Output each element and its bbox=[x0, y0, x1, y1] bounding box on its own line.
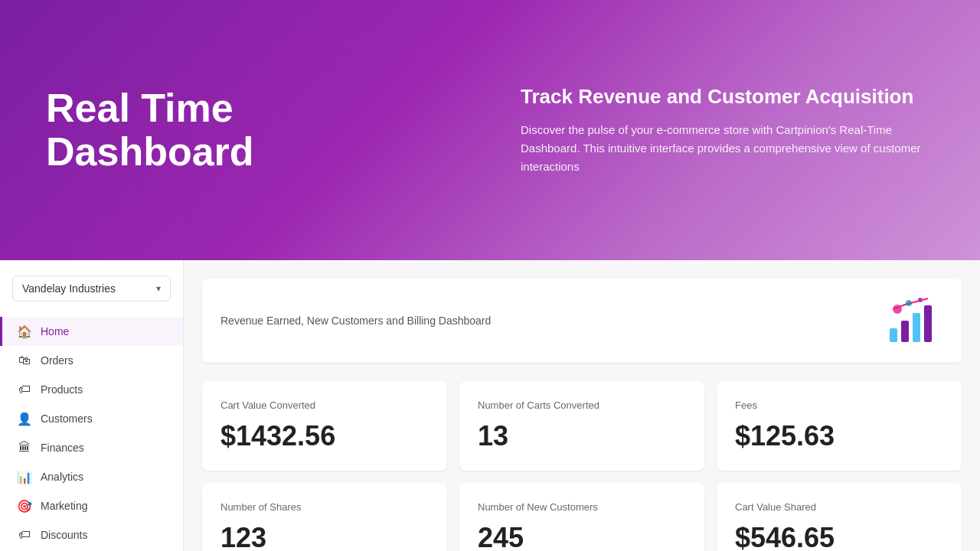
chevron-down-icon: ▾ bbox=[156, 283, 161, 294]
metric-card-new-customers: Number of New Customers 245 bbox=[459, 483, 704, 551]
banner-text: Revenue Earned, New Customers and Billin… bbox=[220, 315, 491, 327]
metric-label-new-customers: Number of New Customers bbox=[478, 501, 686, 513]
metric-card-cart-value-shared: Cart Value Shared $546.65 bbox=[717, 483, 962, 551]
hero-title: Real Time Dashboard bbox=[46, 86, 459, 174]
dashboard: Revenue Earned, New Customers and Billin… bbox=[184, 260, 980, 551]
sidebar-item-marketing[interactable]: 🎯 Marketing bbox=[0, 491, 183, 520]
svg-rect-2 bbox=[913, 313, 920, 342]
sidebar-item-orders[interactable]: 🛍 Orders bbox=[0, 346, 183, 375]
discounts-icon: 🏷 bbox=[18, 528, 31, 542]
orders-icon: 🛍 bbox=[18, 354, 31, 367]
sidebar-item-products[interactable]: 🏷 Products bbox=[0, 375, 183, 404]
sidebar: Vandelay Industries ▾ 🏠 Home 🛍 Orders 🏷 … bbox=[0, 260, 184, 551]
svg-rect-1 bbox=[901, 321, 909, 342]
hero-subtitle: Track Revenue and Customer Acquisition bbox=[521, 85, 934, 109]
main-content: Vandelay Industries ▾ 🏠 Home 🛍 Orders 🏷 … bbox=[0, 260, 980, 551]
hero-right: Track Revenue and Customer Acquisition D… bbox=[521, 85, 934, 176]
sidebar-item-customers[interactable]: 👤 Customers bbox=[0, 404, 183, 433]
analytics-icon: 📊 bbox=[18, 470, 31, 484]
metric-card-fees: Fees $125.63 bbox=[717, 381, 962, 471]
finances-icon: 🏛 bbox=[18, 441, 31, 455]
metric-label-cart-value-converted: Cart Value Converted bbox=[220, 399, 429, 411]
dashboard-illustration bbox=[882, 294, 943, 347]
products-icon: 🏷 bbox=[18, 383, 31, 396]
hero-left: Real Time Dashboard bbox=[46, 86, 459, 174]
sidebar-nav: 🏠 Home 🛍 Orders 🏷 Products 👤 Customers 🏛… bbox=[0, 317, 183, 549]
svg-rect-3 bbox=[924, 305, 932, 342]
metric-label-shares: Number of Shares bbox=[220, 501, 429, 513]
sidebar-item-analytics[interactable]: 📊 Analytics bbox=[0, 462, 183, 491]
sidebar-item-customers-label: Customers bbox=[41, 412, 93, 425]
sidebar-item-marketing-label: Marketing bbox=[41, 500, 87, 512]
metric-card-shares: Number of Shares 123 bbox=[202, 483, 447, 551]
sidebar-item-finances[interactable]: 🏛 Finances bbox=[0, 433, 183, 462]
customers-icon: 👤 bbox=[18, 412, 31, 425]
sidebar-item-analytics-label: Analytics bbox=[41, 471, 83, 483]
metric-value-carts-converted: 13 bbox=[478, 420, 686, 452]
marketing-icon: 🎯 bbox=[18, 499, 31, 513]
metric-value-new-customers: 245 bbox=[478, 522, 686, 551]
metric-label-carts-converted: Number of Carts Converted bbox=[478, 399, 686, 411]
chart-icon bbox=[882, 294, 943, 347]
sidebar-item-products-label: Products bbox=[41, 383, 83, 396]
metric-card-carts-converted: Number of Carts Converted 13 bbox=[459, 381, 704, 471]
metric-value-cart-value-converted: $1432.56 bbox=[220, 420, 429, 452]
hero-title-line1: Real Time bbox=[46, 86, 234, 130]
dashboard-banner: Revenue Earned, New Customers and Billin… bbox=[202, 279, 962, 363]
hero-description: Discover the pulse of your e-commerce st… bbox=[521, 121, 934, 176]
sidebar-item-discounts-label: Discounts bbox=[41, 529, 87, 541]
sidebar-item-home[interactable]: 🏠 Home bbox=[0, 317, 183, 346]
sidebar-item-discounts[interactable]: 🏷 Discounts bbox=[0, 520, 183, 549]
sidebar-item-finances-label: Finances bbox=[41, 442, 84, 454]
home-icon: 🏠 bbox=[18, 324, 31, 338]
svg-rect-0 bbox=[890, 328, 897, 342]
store-selector[interactable]: Vandelay Industries ▾ bbox=[12, 276, 171, 302]
metric-label-cart-value-shared: Cart Value Shared bbox=[735, 501, 943, 513]
metric-value-cart-value-shared: $546.65 bbox=[735, 522, 943, 551]
metric-value-shares: 123 bbox=[220, 522, 429, 551]
metrics-grid: Cart Value Converted $1432.56 Number of … bbox=[202, 381, 962, 551]
hero-section: Real Time Dashboard Track Revenue and Cu… bbox=[0, 0, 980, 260]
store-selector-label: Vandelay Industries bbox=[22, 282, 116, 295]
sidebar-item-orders-label: Orders bbox=[41, 354, 74, 367]
metric-card-cart-value-converted: Cart Value Converted $1432.56 bbox=[202, 381, 447, 471]
sidebar-item-home-label: Home bbox=[41, 325, 69, 337]
hero-title-line2: Dashboard bbox=[46, 129, 254, 174]
metric-value-fees: $125.63 bbox=[735, 420, 943, 452]
metric-label-fees: Fees bbox=[735, 399, 943, 411]
